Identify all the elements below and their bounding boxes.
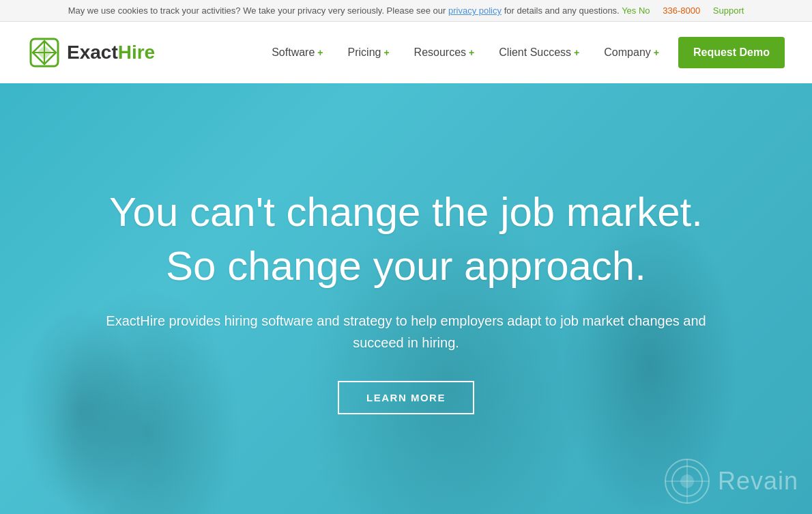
learn-more-button[interactable]: LEARN MORE bbox=[338, 381, 474, 414]
hero-subtext: ExactHire provides hiring software and s… bbox=[99, 310, 713, 354]
cookie-message: May we use cookies to track your activit… bbox=[68, 5, 448, 16]
company-plus-icon: + bbox=[654, 47, 659, 58]
revain-watermark: Revain bbox=[663, 457, 798, 505]
privacy-policy-link[interactable]: privacy policy bbox=[448, 5, 502, 16]
nav-company[interactable]: Company + bbox=[592, 40, 671, 66]
request-demo-button[interactable]: Request Demo bbox=[678, 37, 785, 68]
logo[interactable]: ExactHire bbox=[27, 35, 155, 70]
revain-text: Revain bbox=[718, 467, 798, 496]
phone-number: 336-8000 bbox=[663, 5, 700, 16]
cookie-message2: for details and any questions. bbox=[504, 5, 620, 16]
nav-pricing[interactable]: Pricing + bbox=[336, 40, 402, 66]
logo-text: ExactHire bbox=[67, 42, 155, 63]
cookie-no-button[interactable]: No bbox=[639, 5, 650, 16]
hero-section: You can't change the job market. So chan… bbox=[0, 83, 812, 514]
nav-client-success[interactable]: Client Success + bbox=[487, 40, 592, 66]
software-plus-icon: + bbox=[317, 47, 323, 58]
hero-headline-2: So change your approach. bbox=[99, 242, 713, 289]
nav-software[interactable]: Software + bbox=[259, 40, 335, 66]
hero-content: You can't change the job market. So chan… bbox=[44, 188, 768, 414]
resources-plus-icon: + bbox=[469, 47, 474, 58]
hero-headline-1: You can't change the job market. bbox=[99, 188, 713, 235]
header: ExactHire Software + Pricing + Resources… bbox=[0, 22, 812, 83]
main-nav: Software + Pricing + Resources + Client … bbox=[259, 37, 785, 68]
cookie-yes-button[interactable]: Yes bbox=[622, 5, 636, 16]
logo-icon bbox=[27, 35, 61, 70]
client-success-plus-icon: + bbox=[574, 47, 579, 58]
nav-resources[interactable]: Resources + bbox=[402, 40, 487, 66]
support-link[interactable]: Support bbox=[713, 5, 744, 16]
pricing-plus-icon: + bbox=[383, 47, 389, 58]
cookie-bar: May we use cookies to track your activit… bbox=[0, 0, 812, 22]
revain-icon bbox=[663, 457, 711, 505]
